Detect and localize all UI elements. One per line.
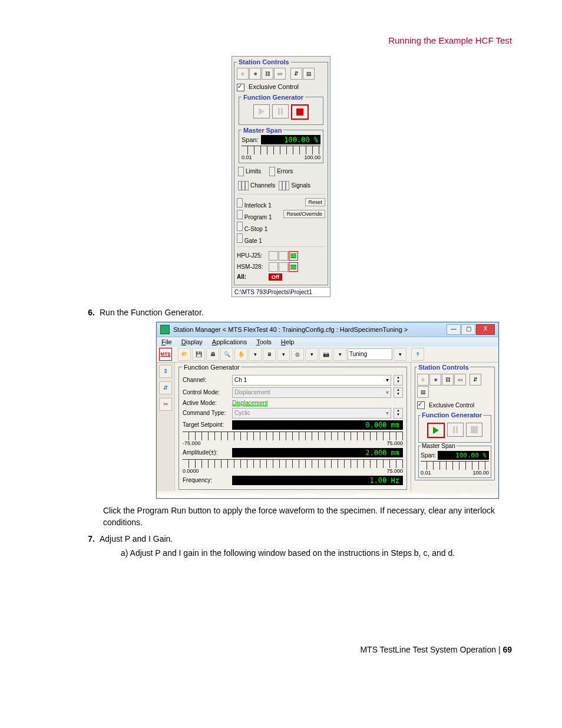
- limits-label: Limits: [246, 168, 261, 174]
- sc2-span-slider[interactable]: [421, 461, 489, 470]
- tb-target[interactable]: ◎: [291, 348, 304, 361]
- amplitude-slider[interactable]: [183, 459, 403, 468]
- amplitude-value: 2.000 mm: [232, 448, 403, 457]
- close-button[interactable]: X: [476, 324, 495, 335]
- frequency-label: Frequency:: [183, 477, 230, 483]
- sc2-b3[interactable]: ⛓: [442, 374, 454, 386]
- tb-open[interactable]: 📂: [178, 348, 191, 361]
- channel-spin[interactable]: [394, 375, 403, 386]
- sc2-span-max: 100.00: [472, 470, 489, 476]
- tb-hand[interactable]: ✋: [234, 348, 247, 361]
- step-6: 6. Run the Function Generator.: [85, 308, 512, 317]
- fg-pause-2[interactable]: [447, 423, 464, 437]
- menu-bar: File Display Applications Tools Help: [157, 337, 498, 347]
- step-7: 7. Adjust P and I Gain.: [85, 534, 512, 543]
- interlock1-label: Interlock 1: [244, 202, 272, 209]
- sc2-span-min: 0.01: [421, 470, 431, 476]
- control-mode-spin[interactable]: [394, 387, 403, 398]
- sc2-b1[interactable]: ○: [417, 374, 429, 386]
- fg-stop-2[interactable]: [466, 423, 482, 437]
- tuning-combo[interactable]: [348, 348, 392, 360]
- all-label: All:: [237, 274, 265, 280]
- target-setpoint-value: 0.000 mm: [232, 420, 403, 430]
- side-icon-2[interactable]: ⇵: [159, 381, 172, 394]
- minimize-button[interactable]: —: [447, 324, 461, 335]
- span-slider[interactable]: [242, 146, 320, 154]
- tb-print[interactable]: 🖶: [206, 348, 219, 361]
- tb-dd4[interactable]: ▾: [333, 348, 346, 361]
- command-type-combo[interactable]: Cyclic▾: [232, 408, 391, 419]
- sc-footer-path: C:\MTS 793\Projects\Project1: [232, 287, 330, 297]
- sc-btn-3[interactable]: ⛓: [262, 68, 273, 80]
- tb-help[interactable]: ?: [411, 348, 424, 361]
- amplitude-label: Amplitude(±):: [183, 449, 230, 456]
- sc2-fg-legend: Function Generator: [421, 411, 483, 419]
- fg-stop[interactable]: [291, 104, 309, 120]
- tb-screen[interactable]: 🖥: [263, 348, 276, 361]
- active-mode-value: Displacement: [232, 400, 268, 406]
- sc-btn-6[interactable]: ▤: [303, 68, 315, 80]
- limits-light: [238, 167, 244, 176]
- fg-pause[interactable]: [272, 104, 289, 118]
- tb-dd3[interactable]: ▾: [305, 348, 318, 361]
- tb-save[interactable]: 💾: [192, 348, 205, 361]
- sc2-exclusive-check[interactable]: [417, 401, 425, 409]
- sc2-b6[interactable]: ▤: [417, 386, 429, 398]
- all-off-button[interactable]: Off: [269, 274, 282, 281]
- sc2-b2[interactable]: ⎈: [429, 374, 441, 386]
- exclusive-control-row[interactable]: Exclusive Control: [237, 83, 325, 91]
- control-mode-combo[interactable]: Displacement▾: [232, 387, 391, 398]
- menu-applications[interactable]: Applications: [212, 338, 247, 345]
- reset-override-button[interactable]: Reset/Override: [283, 210, 325, 218]
- sc2-span-value: 100.00 %: [438, 451, 489, 460]
- station-manager-window: Station Manager < MTS FlexTest 40 : Trai…: [156, 322, 499, 499]
- signals-label: Signals: [291, 182, 310, 189]
- menu-display[interactable]: Display: [181, 338, 203, 345]
- tb-dd2[interactable]: ▾: [277, 348, 290, 361]
- hsm-label: HSM-J28:: [237, 263, 265, 270]
- side-icon-3[interactable]: ✂: [159, 398, 172, 411]
- active-mode-label: Active Mode:: [183, 400, 230, 406]
- menu-help[interactable]: Help: [281, 338, 295, 345]
- target-setpoint-slider[interactable]: [183, 431, 403, 440]
- span-min: 0.01: [242, 154, 252, 160]
- sc-toolbar: ○ ⎈ ⛓ ▭ ⇵ ▤: [237, 67, 325, 81]
- sc-btn-5[interactable]: ⇵: [290, 68, 302, 80]
- gate1-label: Gate 1: [244, 238, 262, 244]
- tb-dd5[interactable]: ▾: [394, 348, 406, 361]
- span-value: 100.00 %: [261, 135, 320, 144]
- errors-label: Errors: [277, 168, 293, 174]
- span-max: 100.00: [304, 154, 320, 160]
- mts-icon[interactable]: MTS: [159, 348, 172, 361]
- sc-btn-1[interactable]: ○: [237, 68, 249, 80]
- maximize-button[interactable]: ▢: [461, 324, 475, 335]
- channel-label: Channel:: [183, 377, 230, 383]
- command-type-spin[interactable]: [394, 408, 403, 419]
- hpu-controls[interactable]: [269, 251, 298, 261]
- reset-button[interactable]: Reset: [305, 198, 325, 206]
- sc-btn-4[interactable]: ▭: [274, 68, 286, 80]
- sc2-b5[interactable]: ⇵: [470, 374, 481, 386]
- ts-min: -75.000: [183, 440, 201, 446]
- hsm-controls[interactable]: [269, 262, 298, 272]
- torn-edge: [157, 491, 498, 498]
- exclusive-checkbox[interactable]: [237, 84, 244, 91]
- menu-file[interactable]: File: [161, 338, 172, 345]
- sc-btn-2[interactable]: ⎈: [249, 68, 261, 80]
- fg-legend: Function Generator: [242, 94, 305, 101]
- sc-legend-2: Station Controls: [417, 364, 470, 371]
- exclusive-label: Exclusive Control: [249, 83, 299, 90]
- step7-num: 7.: [85, 534, 95, 543]
- tb-dd1[interactable]: ▾: [249, 348, 262, 361]
- fg-play[interactable]: [253, 104, 270, 118]
- side-icon-1[interactable]: ⇕: [159, 365, 172, 378]
- tb-camera[interactable]: 📷: [319, 348, 332, 361]
- sc-right-panel: Station Controls ○ ⎈ ⛓ ▭ ⇵ ▤ Exclusive C…: [411, 363, 498, 491]
- channels-label: Channels: [250, 182, 275, 189]
- menu-tools[interactable]: Tools: [256, 338, 272, 345]
- tb-preview[interactable]: 🔍: [220, 348, 233, 361]
- sc2-b4[interactable]: ▭: [454, 374, 466, 386]
- channel-combo[interactable]: Ch 1▾: [232, 375, 391, 386]
- fg-play-2[interactable]: [427, 423, 445, 438]
- page-header: Running the Example HCF Test: [50, 35, 512, 45]
